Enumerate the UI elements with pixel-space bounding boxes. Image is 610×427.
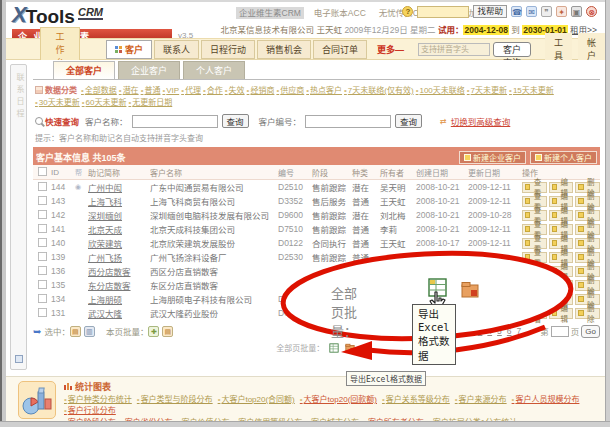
col-code[interactable]: 编号 [278,167,312,178]
customer-alias-link[interactable]: 上海朋硕 [88,295,122,305]
category-filter-link[interactable]: 代理 [181,86,201,95]
stat-report-link[interactable]: 客户来源分布 [455,395,507,404]
nav-tab[interactable]: 合同订单 [313,40,367,59]
col-stage[interactable]: 阶段 [312,167,352,178]
row-checkbox[interactable] [37,293,46,302]
category-filter-link[interactable]: VIP [162,86,179,95]
category-filter-link[interactable]: 7天未更新 [467,86,507,95]
col-updated[interactable]: 更新日期 [468,167,522,178]
goto-page-input[interactable] [551,326,569,337]
row-checkbox[interactable] [37,265,46,274]
customer-alias-link[interactable]: 欣荣建筑 [88,239,122,249]
category-filter-link[interactable]: 7天未联络(仅有效) [344,86,414,95]
subtab[interactable]: 全部客户 [53,61,115,79]
customer-alias-link[interactable]: 广州中闳 [88,183,122,193]
find-help-button[interactable]: 找帮助 [473,5,507,18]
category-filter-link[interactable]: 潜在 [119,86,139,95]
export-file-icon-small[interactable] [345,343,355,353]
row-checkbox[interactable] [37,251,46,260]
go-button[interactable]: Go [581,325,600,338]
nav-tab[interactable]: 销售机会 [257,40,311,59]
category-filter-link[interactable]: 60天未更新 [82,98,127,107]
product-link[interactable]: 电子账本ACC [311,7,369,19]
message-icon[interactable]: ✉ [526,6,537,17]
page-number[interactable]: 3 [478,326,483,336]
row-checkbox[interactable] [37,307,46,316]
product-link[interactable]: 企业维生素CRM [236,7,304,19]
stat-report-link[interactable]: 大客户top20(回款额) [300,395,377,404]
col-created[interactable]: 创建日期 [416,167,468,178]
sidebar-expand-icon[interactable] [15,355,23,363]
nav-tab[interactable]: 客户 [106,40,152,59]
customer-alias-link[interactable]: 武汉大隆 [88,309,122,319]
category-filter-link[interactable]: 普通 [141,86,161,95]
select-all-checkbox[interactable] [37,166,46,175]
page-number[interactable]: 7 [517,326,522,336]
col-kind[interactable]: 种类 [352,167,380,178]
question-icon[interactable]: ? [402,6,413,17]
page-number[interactable]: 2 [468,326,473,336]
export-excel-icon-small[interactable] [329,343,339,353]
batch-merge-selected-icon[interactable]: ▥ [84,326,95,337]
page-number[interactable]: 6 [507,326,512,336]
page-number[interactable]: 4 [487,326,492,336]
subtab[interactable]: 个人客户 [183,61,245,79]
category-filter-link[interactable]: 供应商 [276,86,304,95]
row-checkbox[interactable] [37,237,46,246]
col-id[interactable]: ID [51,168,75,177]
category-filter-link[interactable]: 100天未联络 [416,86,465,95]
code-search-button[interactable]: 查询 [395,114,422,128]
row-checkbox[interactable] [37,195,46,204]
chat-icon[interactable]: ❞ [541,6,552,17]
row-checkbox[interactable] [37,209,46,218]
nav-tab[interactable]: 日程行动 [201,40,255,59]
row-checkbox[interactable] [37,279,46,288]
category-filter-link[interactable]: 15天未更新 [509,86,554,95]
nav-tab[interactable]: 联系人 [154,40,199,59]
category-filter-link[interactable]: 热点客户 [306,86,342,95]
export-file-icon[interactable] [461,281,479,298]
category-filter-link[interactable]: 合作 [203,86,223,95]
stat-report-link[interactable]: 客户行业分布 [64,406,116,415]
user-icon[interactable]: ☎ [511,6,522,17]
customer-alias-link[interactable]: 西分店散客 [88,267,131,277]
settings-icon[interactable]: ✦ [556,6,567,17]
customer-search-button[interactable]: 客户查询 [493,42,531,57]
home-icon[interactable]: ▣ [571,6,582,17]
category-filter-link[interactable]: 全部数据 [81,86,117,95]
name-search-button[interactable]: 查询 [222,114,249,128]
category-filter-link[interactable]: 30天未更新 [35,98,80,107]
edit-button[interactable]: 编辑 [549,308,574,319]
row-checkbox[interactable] [37,181,46,190]
logout-icon[interactable]: ⊗ [586,6,597,17]
page-export-icon[interactable]: ✚ [148,326,159,337]
customer-alias-link[interactable]: 北京天成 [88,225,122,235]
customer-alias-link[interactable]: 广州飞扬 [88,253,122,263]
category-filter-link[interactable]: 经销商 [247,86,275,95]
page-print-icon[interactable]: ▤ [162,326,173,337]
nav-tab[interactable]: 更多— [369,41,412,58]
row-checkbox[interactable] [37,223,46,232]
customer-code-input[interactable] [305,115,391,128]
col-alias[interactable]: 助记简称 [88,167,150,178]
batch-export-selected-icon[interactable]: ▤ [70,326,81,337]
col-owner[interactable]: 所有者 [380,167,416,178]
customer-alias-link[interactable]: 上海飞科 [88,197,122,207]
page-number[interactable]: 1 [458,326,463,336]
stat-report-link[interactable]: 客户种类分布统计 [64,395,132,404]
category-filter-link[interactable]: 失效 [225,86,245,95]
page-number[interactable]: 5 [497,326,502,336]
collapsed-sidebar[interactable]: 联系日程 [10,64,27,370]
stat-report-link[interactable]: 大客户top20(合同额) [218,395,295,404]
customer-name-input[interactable] [132,115,218,128]
col-name[interactable]: 客户名称 [150,167,278,178]
help-search-input[interactable] [417,6,469,18]
delete-button[interactable]: 删除 [575,308,600,319]
new-person-customer-button[interactable]: 新建个人客户 [530,151,597,164]
customer-search-input[interactable] [418,43,490,56]
subtab[interactable]: 企业客户 [118,61,180,79]
stat-report-link[interactable]: 客户类型与阶段分布 [137,395,213,404]
advanced-search-link[interactable]: 切换到高级查询 [451,115,511,127]
stat-report-link[interactable]: 客户人员规模分布 [512,395,580,404]
view-button[interactable]: 查看 [522,308,547,319]
